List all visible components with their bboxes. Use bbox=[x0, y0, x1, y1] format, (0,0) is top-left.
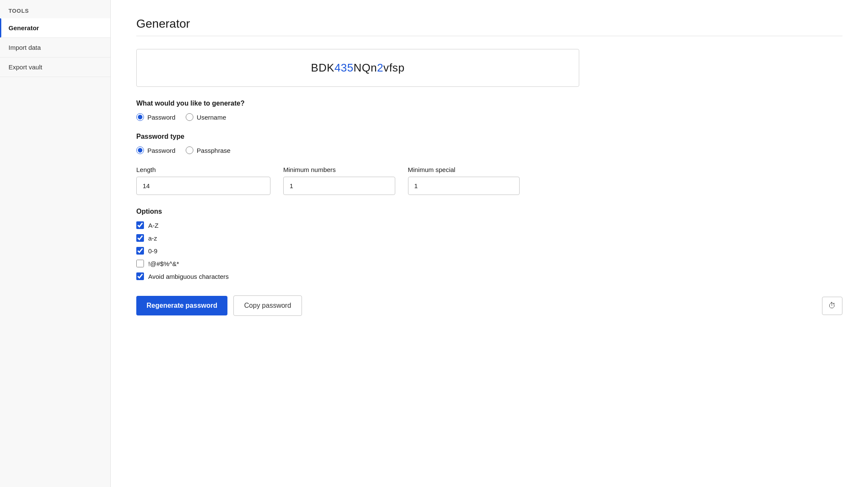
option-az-lower-checkbox[interactable] bbox=[136, 234, 144, 242]
option-avoid-ambiguous[interactable]: Avoid ambiguous characters bbox=[136, 272, 842, 280]
generate-type-radio-group: Password Username bbox=[136, 113, 842, 121]
type-passphrase-radio[interactable] bbox=[186, 146, 193, 154]
password-display: BDK435NQn2vfsp bbox=[136, 49, 579, 87]
option-09-label: 0-9 bbox=[148, 247, 158, 255]
generate-password-radio[interactable] bbox=[136, 113, 144, 121]
regenerate-password-button[interactable]: Regenerate password bbox=[136, 296, 227, 315]
option-special-chars[interactable]: !@#$%^&* bbox=[136, 260, 842, 267]
option-special-chars-label: !@#$%^&* bbox=[148, 260, 179, 267]
title-divider bbox=[136, 36, 842, 36]
password-type-label: Password type bbox=[136, 133, 842, 140]
sidebar-item-import-data[interactable]: Import data bbox=[0, 38, 110, 57]
type-passphrase-option[interactable]: Passphrase bbox=[186, 146, 230, 154]
page-title: Generator bbox=[136, 17, 842, 31]
pw-part-4: 2 bbox=[377, 61, 383, 74]
pw-part-2: 435 bbox=[334, 61, 354, 74]
generate-section-label: What would you like to generate? bbox=[136, 100, 842, 107]
length-input[interactable] bbox=[136, 177, 270, 195]
pw-part-3: NQn bbox=[354, 61, 377, 74]
sidebar-section-header: TOOLS bbox=[0, 0, 110, 18]
pw-part-1: BDK bbox=[311, 61, 334, 74]
generate-password-label: Password bbox=[147, 114, 175, 121]
generate-username-option[interactable]: Username bbox=[186, 113, 226, 121]
password-type-radio-group: Password Passphrase bbox=[136, 146, 842, 154]
min-numbers-label: Minimum numbers bbox=[283, 166, 395, 173]
generate-username-radio[interactable] bbox=[186, 113, 193, 121]
type-password-radio[interactable] bbox=[136, 146, 144, 154]
history-button[interactable]: ⏱ bbox=[822, 297, 842, 315]
option-az-lower-label: a-z bbox=[148, 235, 157, 242]
min-numbers-input-group: Minimum numbers bbox=[283, 166, 395, 195]
sidebar-item-export-vault[interactable]: Export vault bbox=[0, 57, 110, 77]
pw-part-5: vfsp bbox=[383, 61, 405, 74]
sidebar-item-export-vault-label: Export vault bbox=[9, 63, 42, 71]
type-password-option[interactable]: Password bbox=[136, 146, 175, 154]
options-label: Options bbox=[136, 208, 842, 215]
option-az-upper-label: A-Z bbox=[148, 222, 158, 229]
option-09[interactable]: 0-9 bbox=[136, 247, 842, 255]
history-icon: ⏱ bbox=[828, 301, 836, 310]
copy-password-button[interactable]: Copy password bbox=[233, 295, 302, 316]
sidebar-item-generator-label: Generator bbox=[9, 24, 39, 32]
min-special-input[interactable] bbox=[408, 177, 520, 195]
generate-password-option[interactable]: Password bbox=[136, 113, 175, 121]
min-numbers-input[interactable] bbox=[283, 177, 395, 195]
min-special-input-group: Minimum special bbox=[408, 166, 520, 195]
length-input-group: Length bbox=[136, 166, 270, 195]
type-passphrase-label: Passphrase bbox=[197, 147, 230, 154]
min-special-label: Minimum special bbox=[408, 166, 520, 173]
option-az-upper-checkbox[interactable] bbox=[136, 221, 144, 229]
options-section: Options A-Z a-z 0-9 !@#$%^&* Avoid ambig… bbox=[136, 208, 842, 280]
inputs-row: Length Minimum numbers Minimum special bbox=[136, 166, 520, 195]
length-label: Length bbox=[136, 166, 270, 173]
sidebar-item-import-data-label: Import data bbox=[9, 44, 41, 51]
generate-username-label: Username bbox=[197, 114, 226, 121]
sidebar-item-generator[interactable]: Generator bbox=[0, 18, 110, 38]
main-content: Generator BDK435NQn2vfsp What would you … bbox=[111, 0, 868, 487]
option-az-lower[interactable]: a-z bbox=[136, 234, 842, 242]
option-special-chars-checkbox[interactable] bbox=[136, 260, 144, 267]
sidebar: TOOLS Generator Import data Export vault bbox=[0, 0, 111, 487]
type-password-label: Password bbox=[147, 147, 175, 154]
buttons-row: Regenerate password Copy password ⏱ bbox=[136, 295, 842, 316]
option-avoid-ambiguous-checkbox[interactable] bbox=[136, 272, 144, 280]
option-avoid-ambiguous-label: Avoid ambiguous characters bbox=[148, 273, 229, 280]
option-az-upper[interactable]: A-Z bbox=[136, 221, 842, 229]
option-09-checkbox[interactable] bbox=[136, 247, 144, 255]
